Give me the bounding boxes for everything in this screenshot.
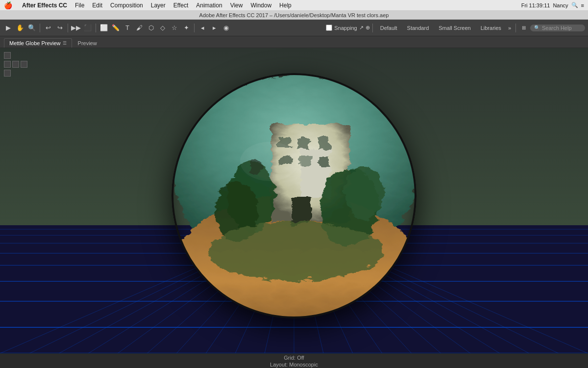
svg-point-47	[206, 220, 382, 279]
ram-preview-tool[interactable]: ▶▶	[71, 23, 81, 33]
menu-layer[interactable]: Layer	[147, 0, 170, 11]
transform-left[interactable]: ◂	[197, 23, 208, 33]
tool-separator-2	[68, 24, 68, 32]
ctrl-box-3[interactable]	[12, 61, 19, 68]
undo-tool[interactable]: ↩	[43, 23, 53, 33]
snap-magnet-icon: ⊕	[366, 25, 370, 31]
ctrl-row-1	[4, 52, 27, 59]
search-icon: 🔍	[534, 25, 540, 30]
snapping-checkbox[interactable]	[326, 25, 332, 31]
viewport-controls	[4, 52, 27, 77]
user-name: Nancy	[553, 2, 568, 8]
svg-rect-46	[289, 196, 309, 223]
time-display: Fri 11:39:11	[521, 2, 550, 8]
snapping-control[interactable]: Snapping ↗ ⊕	[326, 25, 370, 31]
text-tool[interactable]: T	[122, 23, 133, 33]
menu-effect[interactable]: Effect	[170, 0, 192, 11]
search-bar[interactable]: 🔍	[530, 25, 585, 31]
ctrl-box-2[interactable]	[4, 61, 11, 68]
stamp-tool[interactable]: ⬡	[146, 23, 156, 33]
menu-animation[interactable]: Animation	[192, 0, 226, 11]
ws-default[interactable]: Default	[375, 24, 402, 32]
rect-tool[interactable]: ⬜	[98, 23, 109, 33]
tool-separator-4	[194, 24, 195, 32]
menu-view[interactable]: View	[226, 0, 247, 11]
menu-extras-icon[interactable]: ≡	[581, 2, 584, 8]
snap-icon: ↗	[359, 25, 364, 31]
tool-separator-1	[40, 24, 40, 32]
ws-more[interactable]: »	[506, 25, 513, 31]
globe-sphere	[172, 73, 416, 318]
panel-tabs: Mettle Globe Preview ☰ Preview	[0, 36, 588, 48]
menu-bar: 🍎 After Effects CC File Edit Composition…	[0, 0, 588, 11]
status-row: Grid: Off	[284, 355, 304, 361]
title-bar: Adobe After Effects CC 2017 – /Users/dan…	[0, 11, 588, 20]
tab1-label: Mettle Globe Preview	[9, 40, 61, 46]
ws-standard[interactable]: Standard	[402, 24, 434, 32]
playback-tool[interactable]: ⬛	[82, 23, 93, 33]
tab-mettle-globe-preview[interactable]: Mettle Globe Preview ☰	[4, 38, 72, 48]
layout-row: Layout: Monoscopic	[270, 362, 318, 368]
search-icon[interactable]: 🔍	[571, 2, 578, 8]
ws-small-screen[interactable]: Small Screen	[434, 24, 475, 32]
zoom-tool[interactable]: 🔍	[26, 23, 37, 33]
menu-edit[interactable]: Edit	[88, 0, 106, 11]
ctrl-box-4[interactable]	[21, 61, 27, 68]
viewport	[0, 48, 588, 353]
pen-tool[interactable]: ✏️	[110, 23, 121, 33]
svg-rect-38	[316, 137, 328, 147]
window-title: Adobe After Effects CC 2017 – /Users/dan…	[199, 12, 389, 18]
transform-reset[interactable]: ◉	[220, 23, 231, 33]
eraser-tool[interactable]: ◇	[157, 23, 168, 33]
menu-right-area: Fri 11:39:11 Nancy 🔍 ≡	[521, 2, 584, 8]
status-bar: Grid: Off Layout: Monoscopic	[0, 353, 588, 368]
arrow-tool[interactable]: ▶	[3, 23, 14, 33]
tool-separator-3	[96, 24, 96, 32]
hand-tool[interactable]: ✋	[15, 23, 25, 33]
svg-point-50	[240, 142, 299, 181]
menu-help[interactable]: Help	[275, 0, 295, 11]
toolbar: ▶ ✋ 🔍 ↩ ↪ ▶▶ ⬛ ⬜ ✏️ T 🖌 ⬡ ◇ ☆ ✦ ◂ ▸ ◉ Sn…	[0, 20, 588, 36]
apple-menu[interactable]: 🍎	[4, 1, 12, 9]
menu-window[interactable]: Window	[246, 0, 275, 11]
canvas-area	[0, 48, 588, 353]
svg-rect-37	[296, 137, 309, 147]
tab-menu-icon[interactable]: ☰	[63, 41, 67, 46]
brush-tool[interactable]: 🖌	[134, 23, 145, 33]
snapping-label: Snapping	[334, 25, 357, 31]
transform-right[interactable]: ▸	[209, 23, 220, 33]
menu-after-effects[interactable]: After Effects CC	[18, 0, 71, 11]
svg-point-44	[343, 164, 382, 218]
search-input[interactable]	[542, 25, 581, 31]
ctrl-row-3	[4, 70, 27, 77]
redo-tool[interactable]: ↪	[54, 23, 65, 33]
toolbar-sep-5	[372, 24, 373, 32]
menu-composition[interactable]: Composition	[106, 0, 147, 11]
layout-status: Layout: Monoscopic	[270, 362, 318, 368]
svg-rect-41	[316, 154, 328, 164]
ctrl-row-2	[4, 61, 27, 68]
ws-libraries[interactable]: Libraries	[476, 24, 506, 32]
puppet-tool[interactable]: ☆	[169, 23, 180, 33]
grid-status: Grid: Off	[284, 355, 304, 361]
ctrl-box-1[interactable]	[4, 52, 11, 59]
tab-preview[interactable]: Preview	[73, 39, 102, 48]
ctrl-box-5[interactable]	[4, 70, 11, 77]
toolbar-sep-6	[515, 24, 516, 32]
pin-tool[interactable]: ✦	[181, 23, 192, 33]
workspace-selector: Default Standard Small Screen Libraries …	[375, 24, 513, 32]
viewer-icon[interactable]: ⊞	[518, 23, 529, 33]
tab2-label: Preview	[78, 40, 97, 46]
menu-file[interactable]: File	[71, 0, 88, 11]
